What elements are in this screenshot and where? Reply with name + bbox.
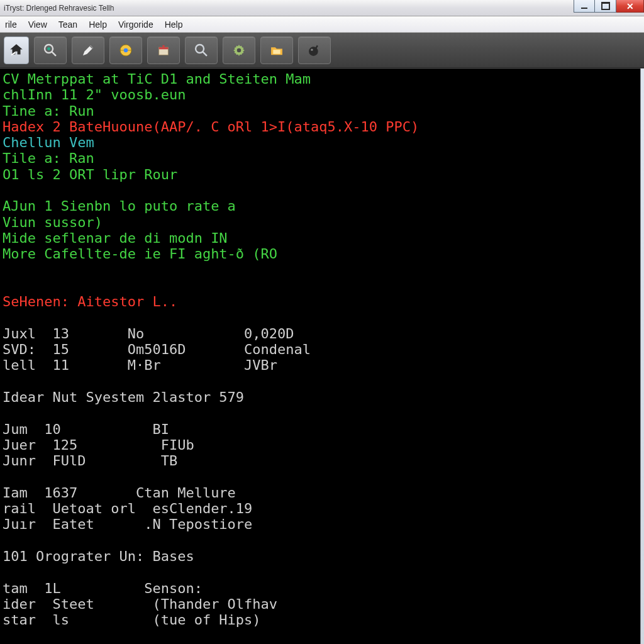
minimize-button[interactable] xyxy=(574,0,595,13)
terminal-output[interactable]: CV Metrppat at TiC D1 and Steiten Mamchl… xyxy=(0,68,644,644)
terminal-line xyxy=(3,564,640,580)
terminal-line: Tile a: Ran xyxy=(3,150,640,166)
terminal-line: Idear Nut Syestem 2lastor 579 xyxy=(3,389,640,405)
gear-icon xyxy=(230,42,248,59)
menu-help[interactable]: Help xyxy=(89,19,107,30)
terminal-line: Juxl 13 No 0,020D xyxy=(3,326,640,341)
terminal-line: 101 Orograter Un: Bases xyxy=(3,548,640,564)
toolbar-find-button[interactable] xyxy=(34,36,67,64)
terminal-line: Junr FUlD TB xyxy=(3,453,640,469)
svg-rect-7 xyxy=(162,45,164,47)
svg-point-10 xyxy=(237,48,242,52)
svg-line-1 xyxy=(52,52,56,56)
menu-file[interactable]: rile xyxy=(5,19,17,30)
svg-point-4 xyxy=(124,48,128,52)
toolbar-edit-button[interactable] xyxy=(72,36,104,64)
terminal-line: rail Uetoat orl esClender.19 xyxy=(3,501,640,516)
toolbar-settings-button[interactable] xyxy=(223,36,255,64)
bomb-icon xyxy=(306,42,323,59)
folder-icon xyxy=(268,42,286,59)
menu-help2[interactable]: Help xyxy=(165,19,183,30)
svg-point-2 xyxy=(47,47,50,50)
terminal-line: Jum 10 BI xyxy=(3,421,640,437)
magnify-icon xyxy=(192,42,210,59)
toolbar-search-button[interactable] xyxy=(185,36,218,64)
menu-virgoride[interactable]: Virgoride xyxy=(118,19,153,30)
terminal-line: Mide seflenar de di modn IN xyxy=(3,230,640,246)
terminal-line: Juır Eatet .N Tepostiore xyxy=(3,516,640,532)
maximize-button[interactable] xyxy=(595,0,616,13)
app-window: iTryst: Drlenged Rehravesic Tellh ✕ rile… xyxy=(0,0,644,644)
svg-point-14 xyxy=(311,48,313,50)
terminal-line: AJun 1 Sienbn lo puto rate a xyxy=(3,198,640,214)
package-icon xyxy=(155,42,172,59)
terminal-line: CV Metrppat at TiC D1 and Steiten Mam xyxy=(3,71,640,87)
terminal-line xyxy=(3,374,640,389)
window-right-edge xyxy=(640,69,644,644)
svg-line-9 xyxy=(203,52,207,56)
terminal-line: Iam 1637 Ctan Mellure xyxy=(3,485,640,501)
toolbar-browser-button[interactable] xyxy=(109,36,142,64)
svg-rect-11 xyxy=(273,50,280,54)
window-title: iTryst: Drlenged Rehravesic Tellh xyxy=(4,4,114,13)
terminal-line xyxy=(3,469,640,484)
svg-point-8 xyxy=(196,45,204,53)
toolbar-debug-button[interactable] xyxy=(298,36,331,64)
window-controls: ✕ xyxy=(574,0,644,16)
terminal-line: Hadex 2 BateHuoune(AAP/. C oRl 1>I(ataq5… xyxy=(3,119,640,135)
terminal-line: More Cafellte-de ie FI aght-ð (RO xyxy=(3,246,640,262)
terminal-line: lell 11 M·Br JVBr xyxy=(3,357,640,373)
toolbar-folder-button[interactable] xyxy=(260,36,293,64)
menu-view[interactable]: View xyxy=(28,19,47,30)
toolbar-home-button[interactable] xyxy=(4,36,29,64)
terminal-line: chlInn 11 2" voosb.eun xyxy=(3,87,640,103)
terminal-line xyxy=(3,309,640,325)
home-arrow-icon xyxy=(8,42,25,59)
terminal-line: Tine a: Run xyxy=(3,103,640,119)
terminal-line: ider Steet (Thander Olfhav xyxy=(3,596,640,612)
terminal-line: O1 ls 2 ORT lipr Rour xyxy=(3,167,640,182)
titlebar[interactable]: iTryst: Drlenged Rehravesic Tellh ✕ xyxy=(0,0,644,16)
svg-rect-6 xyxy=(159,47,169,49)
terminal-line: SVD: 15 Om5016D Condenal xyxy=(3,341,640,357)
terminal-line: Chellun Vem xyxy=(3,135,640,150)
close-button[interactable]: ✕ xyxy=(616,0,644,13)
terminal-line: Viun sussor) xyxy=(3,214,640,230)
toolbar xyxy=(0,33,644,68)
terminal-line xyxy=(3,182,640,198)
terminal-line: tam 1L Senson: xyxy=(3,580,640,596)
pen-icon xyxy=(79,42,97,59)
menu-tean[interactable]: Tean xyxy=(58,19,77,30)
menubar: rile View Tean Help Virgoride Help xyxy=(0,16,644,33)
magnify-dot-icon xyxy=(42,42,59,59)
terminal-line xyxy=(3,533,640,548)
terminal-line xyxy=(3,262,640,278)
toolbar-package-button[interactable] xyxy=(147,36,180,64)
terminal-line xyxy=(3,405,640,421)
terminal-line: SeHenen: Aitestor L.. xyxy=(3,294,640,309)
terminal-line: Juer 125 FIUb xyxy=(3,437,640,453)
terminal-line: star ls (tue of Hips) xyxy=(3,612,640,628)
terminal-line xyxy=(3,278,640,294)
globe-gear-icon xyxy=(117,42,135,59)
